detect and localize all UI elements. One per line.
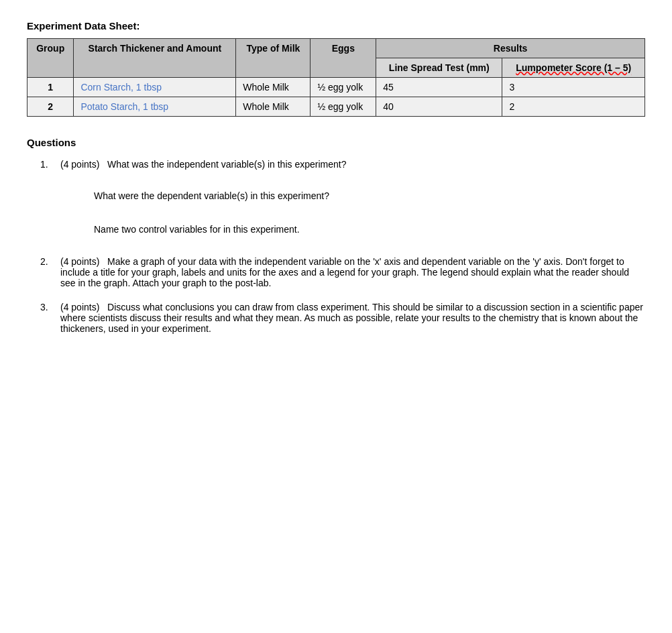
col-lumpometer: Lumpometer Score (1 – 5) (502, 58, 645, 78)
cell-line-spread-1: 45 (376, 78, 502, 97)
cell-starch-2: Potato Starch, 1 tbsp (74, 97, 236, 117)
cell-group-1: 1 (27, 78, 74, 97)
table-row: 1 Corn Starch, 1 tbsp Whole Milk ½ egg y… (27, 78, 645, 97)
col-eggs: Eggs (311, 39, 376, 78)
cell-milk-1: Whole Milk (236, 78, 311, 97)
col-group: Group (27, 39, 74, 78)
q1-prefix: (4 points) (60, 159, 99, 170)
table-row: 2 Potato Starch, 1 tbsp Whole Milk ½ egg… (27, 97, 645, 117)
q2-prefix: (4 points) (60, 256, 99, 267)
col-milk: Type of Milk (236, 39, 311, 78)
cell-starch-1: Corn Starch, 1 tbsp (74, 78, 236, 97)
q3-prefix: (4 points) (60, 302, 99, 312)
questions-title: Questions (27, 137, 645, 148)
sub-question-1b: Name two control variables for in this e… (94, 222, 645, 237)
q1-body: What was the independent variable(s) in … (107, 159, 346, 170)
q1-number: 1. (40, 159, 60, 170)
cell-eggs-2: ½ egg yolk (311, 97, 376, 117)
q2-number: 2. (40, 256, 60, 288)
q3-body: Discuss what conclusions you can draw fr… (60, 302, 643, 334)
question-3: 3. (4 points) Discuss what conclusions y… (40, 302, 645, 334)
q2-text: (4 points) Make a graph of your data wit… (60, 256, 645, 288)
cell-eggs-1: ½ egg yolk (311, 78, 376, 97)
col-line-spread: Line Spread Test (mm) (376, 58, 502, 78)
q1-text: (4 points) What was the independent vari… (60, 159, 346, 170)
cell-lumpometer-1: 3 (502, 78, 645, 97)
col-starch: Starch Thickener and Amount (74, 39, 236, 78)
sub-question-1a: What were the dependent variable(s) in t… (94, 188, 645, 203)
cell-lumpometer-2: 2 (502, 97, 645, 117)
experiment-data-table: Group Starch Thickener and Amount Type o… (27, 38, 645, 117)
cell-milk-2: Whole Milk (236, 97, 311, 117)
question-2: 2. (4 points) Make a graph of your data … (40, 256, 645, 288)
cell-group-2: 2 (27, 97, 74, 117)
col-results: Results (376, 39, 645, 58)
question-1: 1. (4 points) What was the independent v… (40, 159, 645, 170)
q2-body: Make a graph of your data with the indep… (60, 256, 629, 288)
q3-text: (4 points) Discuss what conclusions you … (60, 302, 645, 334)
cell-line-spread-2: 40 (376, 97, 502, 117)
data-sheet-title: Experiment Data Sheet: (27, 20, 645, 32)
lumpometer-label: Lumpometer Score (1 – 5) (516, 62, 631, 73)
questions-section: Questions 1. (4 points) What was the ind… (27, 137, 645, 334)
q3-number: 3. (40, 302, 60, 334)
